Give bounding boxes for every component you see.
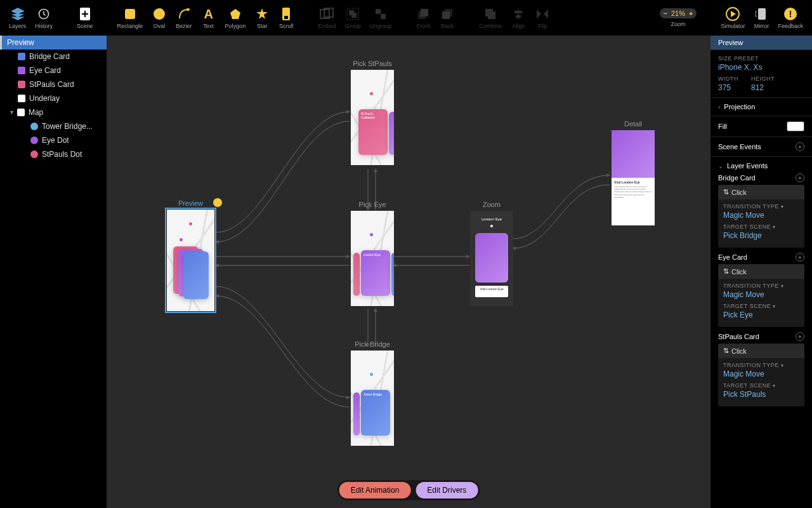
text-tool[interactable]: A Text: [197, 4, 220, 32]
front-icon: [416, 6, 431, 22]
bezier-icon: [176, 6, 192, 22]
transition-type-dropdown[interactable]: Magic Move: [723, 370, 799, 378]
layer-preview[interactable]: Preview: [0, 36, 107, 50]
scene-events-section[interactable]: Scene Events +: [710, 137, 812, 157]
svg-marker-25: [537, 10, 541, 18]
svg-point-3: [154, 8, 165, 20]
zoom-control: − 21% + Zoom: [656, 6, 701, 30]
feedback-icon: !: [783, 6, 798, 22]
event-layer-name: Bridge Card: [718, 174, 756, 182]
start-badge-icon: ⚡: [213, 198, 222, 207]
width-input[interactable]: 375: [718, 83, 738, 92]
flip-button[interactable]: Flip: [531, 4, 554, 32]
bezier-tool[interactable]: Bezier: [172, 4, 196, 32]
target-scene-dropdown[interactable]: Pick Eye: [723, 311, 799, 319]
svg-marker-28: [731, 11, 736, 17]
add-layer-event-button[interactable]: +: [796, 332, 804, 341]
star-tool[interactable]: Star: [251, 4, 273, 32]
add-scene-event-button[interactable]: +: [796, 142, 804, 151]
edit-animation-button[interactable]: Edit Animation: [339, 482, 411, 498]
size-preset-dropdown[interactable]: iPhone X, Xs: [718, 63, 804, 72]
scene-pick-eye[interactable]: Pick Eye London Eye: [351, 201, 394, 306]
layer-underlay[interactable]: Underlay: [0, 91, 107, 105]
zoom-value: 21%: [671, 10, 685, 17]
oval-tool[interactable]: Oval: [148, 4, 171, 32]
embed-button[interactable]: Embed: [314, 4, 340, 32]
simulator-button[interactable]: Simulator: [717, 4, 749, 32]
tab-history[interactable]: History: [31, 4, 56, 32]
scene-preview[interactable]: Preview ⚡: [167, 199, 214, 311]
scene-pick-bridge[interactable]: Pick Bridge Tower Bridge: [351, 340, 394, 446]
target-scene-dropdown[interactable]: Pick Bridge: [723, 231, 799, 240]
polygon-tool[interactable]: Polygon: [221, 4, 250, 32]
top-toolbar: Layers History Scene Rectangle Oval Bezi…: [0, 0, 812, 36]
scene-pick-stpauls[interactable]: Pick StPauls St Paul's Cathedral: [351, 60, 394, 165]
event-layer-name: Eye Card: [718, 253, 747, 261]
transition-type-dropdown[interactable]: Magic Move: [723, 290, 799, 299]
trigger-icon: ⇅: [723, 347, 729, 355]
swatch-icon: [18, 67, 25, 74]
tab-layers[interactable]: Layers: [5, 4, 30, 32]
layer-map[interactable]: ▼ Map: [0, 105, 107, 119]
combine-button[interactable]: Combine: [475, 4, 506, 32]
trigger-icon: ⇅: [723, 267, 729, 276]
svg-rect-21: [488, 11, 495, 19]
chevron-right-icon: ›: [718, 104, 720, 110]
add-layer-event-button[interactable]: +: [796, 173, 804, 182]
layer-eye-dot[interactable]: Eye Dot: [0, 133, 107, 147]
target-scene-dropdown[interactable]: Pick StPauls: [723, 390, 799, 399]
dot-icon: [30, 123, 38, 130]
front-button[interactable]: Front: [412, 4, 435, 32]
combine-icon: [483, 6, 498, 22]
embed-icon: [319, 6, 334, 22]
transition-type-dropdown[interactable]: Magic Move: [723, 211, 799, 220]
layer-eye-card[interactable]: Eye Card: [0, 64, 107, 77]
trigger-icon: ⇅: [723, 188, 729, 196]
history-icon: [36, 6, 51, 22]
fill-swatch[interactable]: [787, 121, 804, 131]
align-icon: [511, 6, 526, 22]
group-icon: [345, 6, 360, 22]
inspector-panel: Preview SIZE PRESET iPhone X, Xs WIDTH 3…: [710, 36, 812, 508]
edit-drivers-button[interactable]: Edit Drivers: [416, 482, 478, 498]
rectangle-icon: [122, 6, 138, 22]
scene-detail[interactable]: Detail Visit London Eye Lorem ipsum dolo…: [612, 120, 655, 225]
play-icon: [725, 6, 740, 22]
projection-section[interactable]: ›Projection: [710, 98, 812, 116]
height-input[interactable]: 812: [751, 83, 775, 92]
text-icon: A: [201, 6, 216, 22]
back-button[interactable]: Back: [436, 4, 459, 32]
svg-text:!: !: [789, 9, 792, 19]
scroll-tool[interactable]: Scroll: [275, 4, 298, 32]
scene-label: Detail: [612, 120, 655, 128]
add-layer-event-button[interactable]: +: [796, 253, 804, 262]
zoom-out-button[interactable]: −: [664, 10, 667, 17]
zoom-in-button[interactable]: +: [689, 10, 693, 17]
feedback-button[interactable]: ! Feedback: [774, 4, 807, 32]
svg-rect-19: [442, 11, 450, 19]
ungroup-button[interactable]: Ungroup: [366, 4, 396, 32]
scene-zoom[interactable]: Zoom London Eye Visit London Eye: [470, 201, 513, 306]
rectangle-tool[interactable]: Rectangle: [114, 4, 147, 32]
align-button[interactable]: Align: [507, 4, 530, 32]
event-card[interactable]: ⇅Click TRANSITION TYPE Magic Move TARGET…: [718, 264, 804, 327]
svg-rect-23: [514, 11, 522, 13]
layer-stpauls-card[interactable]: StPauls Card: [0, 77, 107, 91]
scene-button[interactable]: Scene: [73, 4, 97, 32]
event-card[interactable]: ⇅Click TRANSITION TYPE Magic Move TARGET…: [718, 185, 804, 248]
event-card[interactable]: ⇅Click TRANSITION TYPE Magic Move TARGET…: [718, 344, 804, 406]
dot-icon: [30, 137, 38, 144]
svg-rect-17: [421, 9, 428, 17]
canvas[interactable]: Preview ⚡ Pick StPauls St Paul's Cat: [107, 36, 710, 508]
mirror-icon: [754, 6, 769, 22]
layer-stpauls-dot[interactable]: StPauls Dot: [0, 147, 107, 161]
chevron-down-icon: ⌄: [718, 163, 723, 170]
scene-label: Zoom: [470, 201, 513, 208]
svg-rect-29: [758, 8, 766, 20]
layer-bridge-card[interactable]: Bridge Card: [0, 50, 107, 64]
mirror-button[interactable]: Mirror: [750, 4, 773, 32]
group-button[interactable]: Group: [341, 4, 365, 32]
inspector-title: Preview: [710, 36, 812, 50]
fill-section[interactable]: Fill: [710, 116, 812, 137]
layer-tower-bridge-dot[interactable]: Tower Bridge...: [0, 119, 107, 133]
